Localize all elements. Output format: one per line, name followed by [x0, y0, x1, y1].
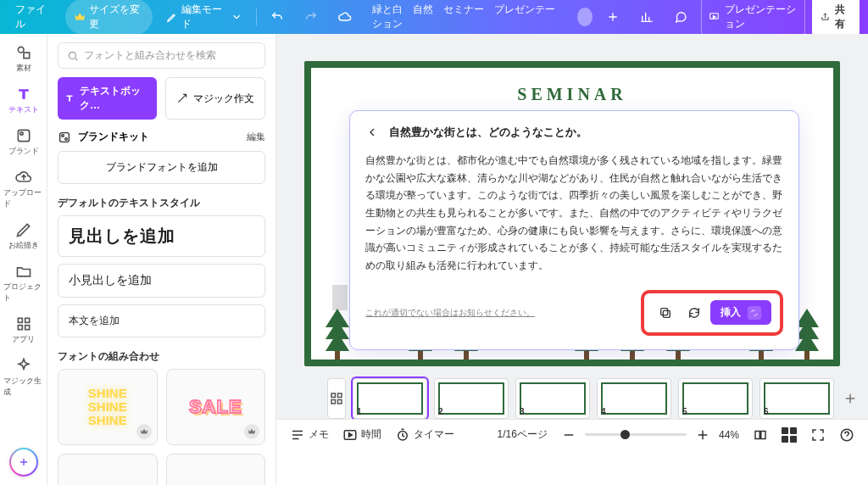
- pro-badge: [244, 424, 259, 439]
- back-arrow-icon[interactable]: [365, 125, 379, 139]
- brand-kit-icon: [58, 131, 71, 144]
- rail-uploads[interactable]: アップロード: [3, 165, 44, 213]
- svg-rect-7: [18, 326, 22, 330]
- upload-icon: [15, 169, 32, 186]
- rail-elements[interactable]: 素材: [3, 41, 44, 77]
- search-icon: [67, 50, 79, 62]
- notes-icon: [290, 427, 305, 443]
- fullscreen-icon[interactable]: [810, 427, 826, 443]
- view-grid-icon[interactable]: [782, 427, 797, 443]
- report-link[interactable]: これが適切でない場合はお知らせください。: [365, 307, 535, 319]
- cloud-icon: [338, 10, 352, 24]
- svg-rect-17: [331, 400, 336, 404]
- resize-button[interactable]: サイズを変更: [65, 0, 153, 35]
- svg-rect-22: [761, 431, 765, 438]
- insert-button[interactable]: 挿入: [710, 300, 771, 325]
- default-styles-heading: デフォルトのテキストスタイル: [58, 196, 265, 210]
- text-icon: [15, 86, 32, 103]
- add-brand-font-button[interactable]: ブランドフォントを追加: [58, 151, 265, 184]
- add-collaborator-button[interactable]: [599, 7, 626, 27]
- slide-title: SEMINAR: [311, 85, 833, 104]
- brand-kit-label: ブランドキット: [78, 130, 149, 144]
- slide-thumb-1[interactable]: 1: [353, 378, 427, 419]
- top-bar: ファイル サイズを変更 編集モード 緑と白 自然 セミナー プレゼンテーション …: [0, 0, 868, 34]
- rail-projects[interactable]: プロジェクト: [3, 259, 44, 307]
- svg-rect-18: [338, 400, 342, 404]
- help-icon[interactable]: [839, 427, 854, 443]
- side-rail: 素材 テキスト ブランド アップロード お絵描き プロジェクト アプリ マジック…: [0, 34, 47, 485]
- svg-rect-8: [25, 326, 29, 330]
- folder-icon: [15, 263, 32, 280]
- rail-text[interactable]: テキスト: [3, 82, 44, 119]
- svg-point-11: [62, 134, 64, 137]
- svg-rect-15: [331, 393, 336, 398]
- add-body-button[interactable]: 本文を追加: [58, 304, 265, 337]
- slide-thumb-4[interactable]: 4: [597, 378, 671, 419]
- plus-icon[interactable]: [695, 427, 710, 443]
- add-textbox-button[interactable]: テキストボック…: [58, 77, 157, 120]
- font-combo-4[interactable]: [166, 454, 266, 485]
- rail-magic[interactable]: マジック生成: [3, 354, 44, 401]
- svg-rect-21: [755, 431, 760, 438]
- font-combos-heading: フォントの組み合わせ: [58, 349, 265, 364]
- font-combo-3[interactable]: ▮▮▮▮▮▮: [58, 454, 158, 485]
- magic-write-popup: 自然豊かな街とは、どのようなことか。 自然豊かな街とは、都市化が進む中でも自然環…: [349, 110, 799, 350]
- timer-icon: [395, 427, 410, 443]
- svg-point-1: [18, 47, 24, 53]
- slide-thumb-6[interactable]: 6: [760, 378, 834, 419]
- share-button[interactable]: 共有: [812, 0, 860, 36]
- edit-mode-menu[interactable]: 編集モード: [159, 0, 249, 35]
- rail-apps[interactable]: アプリ: [3, 312, 44, 348]
- chart-icon: [640, 10, 654, 24]
- svg-point-4: [19, 132, 22, 135]
- rail-draw[interactable]: お絵描き: [3, 218, 44, 254]
- bottom-bar: メモ 時間 タイマー 1/16ページ 44%: [276, 419, 868, 449]
- user-avatar[interactable]: [577, 8, 593, 26]
- present-button[interactable]: プレゼンテーション: [701, 0, 805, 36]
- svg-point-12: [65, 137, 68, 140]
- zoom-value[interactable]: 44%: [719, 429, 739, 441]
- regenerate-button[interactable]: [682, 300, 707, 326]
- brand-edit-link[interactable]: 編集: [247, 131, 265, 143]
- view-pages-icon[interactable]: [753, 427, 768, 443]
- rail-brand[interactable]: ブランド: [3, 124, 44, 160]
- document-title[interactable]: 緑と白 自然 セミナー プレゼンテーション: [372, 3, 565, 31]
- ai-generated-text: 自然豊かな街とは、都市化が進む中でも自然環境が多く残されている地域を指します。緑…: [365, 152, 783, 275]
- slide-thumb-3[interactable]: 3: [515, 378, 590, 419]
- font-search[interactable]: フォントと組み合わせを検索: [58, 42, 265, 69]
- undo-button[interactable]: [264, 7, 291, 27]
- svg-rect-6: [25, 318, 29, 322]
- cloud-sync-button[interactable]: [331, 7, 359, 27]
- apps-icon: [15, 315, 32, 332]
- add-heading-button[interactable]: 見出しを追加: [58, 215, 265, 257]
- analytics-button[interactable]: [633, 7, 660, 27]
- svg-rect-14: [661, 308, 668, 315]
- minus-icon[interactable]: [561, 427, 576, 443]
- zoom-slider[interactable]: 44%: [561, 427, 739, 443]
- slide-stage[interactable]: SEMINAR: [304, 61, 840, 366]
- grid-view-button[interactable]: [327, 378, 346, 419]
- assistant-button[interactable]: [9, 448, 38, 477]
- ai-actions-highlight: 挿入: [641, 290, 783, 336]
- slide-thumb-5[interactable]: 5: [678, 378, 753, 419]
- add-slide-button[interactable]: [841, 378, 860, 419]
- timer-button[interactable]: タイマー: [395, 427, 454, 443]
- refresh-icon: [687, 306, 701, 320]
- comment-icon: [674, 10, 687, 24]
- font-combo-1[interactable]: SHINESHINESHINE: [58, 369, 158, 445]
- notes-button[interactable]: メモ: [290, 427, 329, 443]
- page-indicator[interactable]: 1/16ページ: [498, 427, 548, 442]
- svg-rect-13: [663, 310, 670, 317]
- copy-button[interactable]: [653, 300, 678, 326]
- comment-button[interactable]: [667, 7, 694, 27]
- add-subheading-button[interactable]: 小見出しを追加: [58, 264, 265, 298]
- font-combo-2[interactable]: SALE: [166, 369, 266, 445]
- magic-write-button[interactable]: マジック作文: [165, 77, 266, 120]
- crown-icon: [140, 427, 148, 436]
- draw-icon: [15, 221, 32, 238]
- plus-sparkle-icon: [17, 455, 31, 469]
- duration-button[interactable]: 時間: [342, 427, 381, 443]
- file-menu[interactable]: ファイル: [8, 0, 58, 35]
- redo-button[interactable]: [298, 7, 325, 27]
- slide-thumb-2[interactable]: 2: [434, 378, 509, 419]
